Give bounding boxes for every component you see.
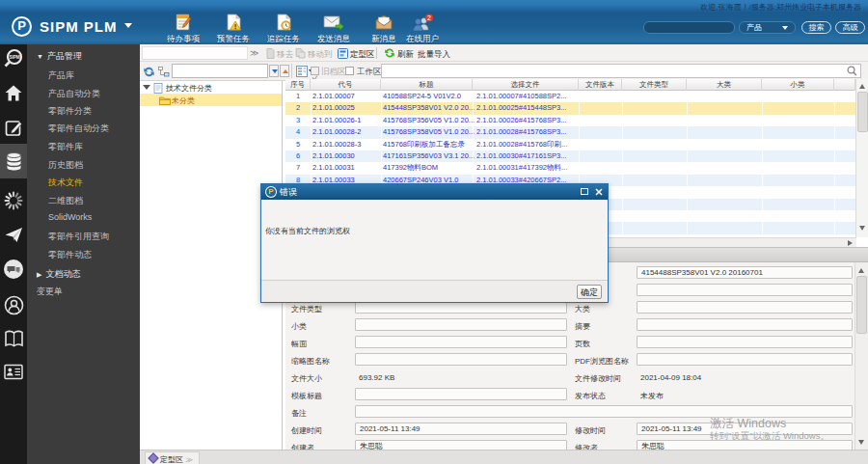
svg-text:2: 2 xyxy=(427,14,431,21)
svg-text:SIPM: SIPM xyxy=(9,55,19,60)
